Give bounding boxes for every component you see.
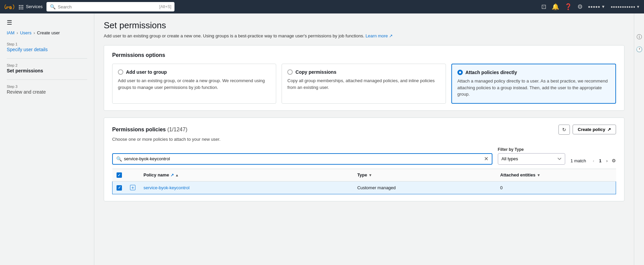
services-menu[interactable]: Services (19, 4, 42, 9)
step-2-current: Set permissions (7, 68, 87, 73)
table-body: + service-byok-keycontrol Customer manag… (112, 181, 616, 194)
perm-option-attach[interactable]: Attach policies directly Attach a manage… (451, 64, 616, 104)
step-3-item: Step 3 Review and create (7, 85, 87, 95)
top-navigation: aws Services 🔍 [Alt+S] ⊡ 🔔 ❓ ⚙ ●●●●● ▼ ●… (0, 0, 644, 13)
learn-more-link[interactable]: Learn more ↗ (365, 33, 393, 38)
search-filter-row: 🔍 ✕ Filter by Type All types AWS managed… (112, 147, 616, 165)
filter-type-select[interactable]: All types AWS managed Customer managed I… (498, 153, 565, 165)
perm-option-copy[interactable]: Copy permissions Copy all group membersh… (282, 64, 446, 104)
sidebar: ☰ IAM › Users › Create user Step 1 Speci… (0, 13, 94, 265)
step-divider-1 (7, 58, 87, 59)
breadcrumb-current: Create user (37, 30, 60, 35)
svg-text:aws: aws (7, 6, 11, 8)
table-row[interactable]: + service-byok-keycontrol Customer manag… (112, 181, 616, 194)
breadcrumb-iam[interactable]: IAM (7, 30, 14, 35)
step-1-label: Step 1 (7, 42, 87, 46)
nav-icons: ⊡ 🔔 ❓ ⚙ ●●●●● ▼ ●●●●●●●●●●● ▼ (541, 3, 640, 10)
main-content: Set permissions Add user to an existing … (94, 13, 634, 265)
table-header: Policy name ↗ ▲ Type ▼ (112, 169, 616, 181)
policies-actions: ↻ Create policy ↗ (558, 125, 616, 135)
header-expand-col (126, 169, 139, 181)
breadcrumb-sep-1: › (17, 30, 18, 35)
create-policy-button[interactable]: Create policy ↗ (573, 125, 616, 134)
radio-copy[interactable] (287, 69, 293, 75)
page-title: Set permissions (104, 20, 624, 31)
step-2-item: Step 2 Set permissions (7, 63, 87, 73)
permissions-options-list: Add user to group Add user to an existin… (112, 64, 616, 104)
aws-logo[interactable]: aws (4, 3, 15, 10)
header-attached-entities: Attached entities ▼ (496, 169, 616, 181)
breadcrumb: IAM › Users › Create user (7, 30, 87, 35)
search-clear-button[interactable]: ✕ (484, 156, 488, 162)
row-checkbox-cell (112, 181, 126, 194)
policy-name-link[interactable]: service-byok-keycontrol (143, 185, 190, 190)
right-panel-icon-1[interactable]: ⓘ (637, 34, 642, 41)
external-link-icon-header[interactable]: ↗ (170, 173, 174, 177)
search-box: 🔍 ✕ (112, 153, 492, 165)
region-menu[interactable]: ●●●●●●●●●●● ▼ (611, 5, 640, 9)
hamburger-menu[interactable]: ☰ (7, 19, 87, 26)
terminal-icon[interactable]: ⊡ (541, 3, 546, 10)
perm-option-add-group[interactable]: Add user to group Add user to an existin… (112, 64, 276, 104)
bell-icon[interactable]: 🔔 (552, 3, 559, 10)
perm-option-attach-header: Attach policies directly (457, 70, 610, 75)
permissions-options-card: Permissions options Add user to group Ad… (104, 45, 624, 111)
settings-icon[interactable]: ⚙ (577, 3, 583, 10)
next-page-button[interactable]: › (604, 158, 610, 164)
policies-subtitle: Choose one or more policies to attach to… (112, 137, 616, 142)
row-expand-cell: + (126, 181, 139, 194)
search-shortcut: [Alt+S] (159, 4, 171, 9)
search-box-icon: 🔍 (116, 156, 122, 162)
permissions-options-title: Permissions options (112, 52, 616, 58)
search-input[interactable] (58, 4, 157, 9)
header-checkbox-col (112, 169, 126, 181)
row-expand-button[interactable]: + (130, 185, 135, 190)
header-checkbox[interactable] (117, 172, 122, 178)
table-settings-button[interactable]: ⚙ (612, 158, 616, 163)
global-search[interactable]: 🔍 [Alt+S] (46, 2, 174, 11)
sort-icon-name[interactable]: ▲ (175, 173, 179, 177)
perm-option-copy-header: Copy permissions (287, 69, 440, 75)
step-1-item: Step 1 Specify user details (7, 42, 87, 52)
prev-page-button[interactable]: ‹ (591, 158, 596, 164)
help-icon[interactable]: ❓ (565, 3, 572, 10)
policy-search-input[interactable] (124, 156, 482, 161)
filter-icon-entities[interactable]: ▼ (537, 173, 541, 177)
right-panel-icon-2[interactable]: 🕐 (636, 46, 643, 53)
policies-table: Policy name ↗ ▲ Type ▼ (112, 169, 616, 194)
step-3-label: Step 3 (7, 85, 87, 89)
filter-icon-type[interactable]: ▼ (368, 173, 372, 177)
right-panel: ⓘ 🕐 (634, 13, 644, 265)
breadcrumb-users[interactable]: Users (20, 30, 31, 35)
radio-add-group[interactable] (118, 69, 123, 75)
perm-option-copy-desc: Copy all group memberships, attached man… (287, 77, 440, 91)
external-link-icon: ↗ (607, 127, 611, 132)
row-checkbox[interactable] (117, 185, 122, 191)
filter-by-type-label: Filter by Type (498, 147, 565, 152)
filter-col: Filter by Type All types AWS managed Cus… (498, 147, 565, 165)
row-type-cell: Customer managed (353, 181, 496, 194)
step-1-link[interactable]: Specify user details (7, 47, 47, 52)
step-divider-2 (7, 79, 87, 80)
refresh-button[interactable]: ↻ (558, 125, 570, 135)
perm-option-attach-desc: Attach a managed policy directly to a us… (457, 78, 610, 98)
permissions-policies-card: Permissions policies (1/1247) ↻ Create p… (104, 118, 624, 201)
breadcrumb-sep-2: › (33, 30, 35, 35)
match-pagination-row: 1 match ‹ 1 › ⚙ (571, 158, 616, 165)
step-3-text: Review and create (7, 89, 87, 95)
header-type: Type ▼ (353, 169, 496, 181)
perm-option-add-group-desc: Add user to an existing group, or create… (118, 77, 270, 91)
pagination: ‹ 1 › (591, 158, 610, 164)
step-2-label: Step 2 (7, 63, 87, 67)
perm-option-add-group-header: Add user to group (118, 69, 270, 75)
policies-header: Permissions policies (1/1247) ↻ Create p… (112, 125, 616, 135)
account-menu[interactable]: ●●●●● ▼ (588, 4, 605, 9)
match-text: 1 match (571, 158, 586, 163)
page-number: 1 (598, 158, 603, 163)
header-policy-name: Policy name ↗ ▲ (139, 169, 353, 181)
search-col: 🔍 ✕ (112, 153, 492, 165)
policies-title: Permissions policies (1/1247) (112, 127, 187, 133)
row-policy-name-cell: service-byok-keycontrol (139, 181, 353, 194)
search-icon: 🔍 (50, 4, 56, 9)
radio-attach[interactable] (457, 70, 463, 75)
